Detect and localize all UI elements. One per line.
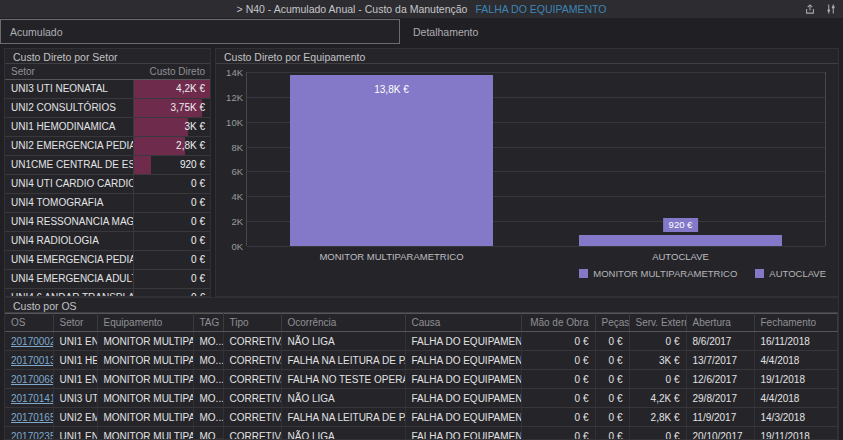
os-link[interactable]: 201700021 (11, 336, 53, 347)
filter-settings-icon[interactable] (825, 3, 837, 15)
panel-title: Custo Direto por Setor (5, 49, 210, 64)
table-row[interactable]: UNI1 HEMODINAMICA 3K € (5, 118, 210, 137)
legend-swatch-icon (755, 269, 764, 278)
panel-title: Custo por OS (5, 298, 838, 313)
column-header-os[interactable]: OS (5, 314, 53, 332)
y-axis-tick: 10K (219, 116, 243, 127)
chart-bar[interactable]: 13,8K € (290, 75, 492, 247)
panel-title: Custo Direto por Equipamento (216, 49, 838, 64)
gridline (247, 246, 825, 247)
data-bar (134, 156, 151, 174)
column-header-ocorrencia[interactable]: Ocorrência (281, 314, 405, 332)
table-row[interactable]: UN1CME CENTRAL DE ESTERILIZA... 920 € (5, 156, 210, 175)
os-table-header-row: OS Setor Equipamento TAG Tipo Ocorrência… (5, 314, 838, 332)
os-link[interactable]: 201700683 (11, 374, 53, 385)
column-header-fechamento[interactable]: Fechamento (754, 314, 838, 332)
table-row[interactable]: 201702359 UNI1 ENG... MONITOR MULTIPAR..… (5, 427, 838, 440)
tab-detalhamento-label: Detalhamento (413, 26, 478, 38)
table-row[interactable]: UNI4 EMERGENCIA PEDIATRICA 0 € (5, 251, 210, 270)
column-header-causa[interactable]: Causa (405, 314, 521, 332)
legend-item[interactable]: MONITOR MULTIPARAMETRICO (579, 268, 737, 279)
column-header-abertura[interactable]: Abertura (686, 314, 754, 332)
os-link[interactable]: 201701651 (11, 412, 53, 423)
page-tabs: Acumulado Detalhamento (0, 18, 843, 46)
bar-chart-plot: 14K12K10K8K6K4K2K0K13,8K €MONITOR MULTIP… (246, 72, 826, 246)
setor-table-body: UNI3 UTI NEONATAL 4,2K € UNI2 CONSULTÓRI… (5, 80, 210, 297)
table-row[interactable]: UNI4 6 ANDAR TRANSPLANTE 0 € (5, 289, 210, 297)
custo-direto-por-equipamento-panel: Custo Direto por Equipamento 14K12K10K8K… (215, 48, 839, 297)
gridline (247, 72, 825, 73)
column-header-mao-de-obra[interactable]: Mão de Obra (521, 314, 595, 332)
column-header-tag[interactable]: TAG (193, 314, 223, 332)
column-header-setor[interactable]: Setor (53, 314, 97, 332)
table-row[interactable]: UNI2 CONSULTÓRIOS 3,75K € (5, 99, 210, 118)
os-link[interactable]: 201700137 (11, 355, 53, 366)
column-header-tipo[interactable]: Tipo (223, 314, 281, 332)
table-row[interactable]: 201701414 UNI3 UTI ... MONITOR MULTIPAR.… (5, 389, 838, 408)
x-axis-label: MONITOR MULTIPARAMETRICO (319, 251, 463, 262)
os-link[interactable]: 201702359 (11, 431, 53, 440)
export-icon[interactable] (804, 3, 816, 15)
table-row[interactable]: UNI4 RESSONANCIA MAGNETICA 0 € (5, 213, 210, 232)
legend-label: MONITOR MULTIPARAMETRICO (593, 268, 737, 279)
breadcrumb-title: > N40 - Acumulado Anual - Custo da Manut… (237, 3, 468, 15)
legend-label: AUTOCLAVE (769, 268, 826, 279)
table-row[interactable]: UNI4 RADIOLOGIA 0 € (5, 232, 210, 251)
tab-acumulado-label: Acumulado (10, 26, 63, 38)
column-header-setor[interactable]: Setor (5, 66, 133, 77)
table-row[interactable]: 201700021 UNI1 ENG... MONITOR MULTIPAR..… (5, 332, 838, 351)
os-table: OS Setor Equipamento TAG Tipo Ocorrência… (5, 313, 838, 440)
y-axis-tick: 2K (219, 216, 243, 227)
y-axis-tick: 4K (219, 191, 243, 202)
legend-swatch-icon (579, 269, 588, 278)
y-axis-tick: 0K (219, 241, 243, 252)
top-bar: > N40 - Acumulado Anual - Custo da Manut… (0, 0, 843, 18)
bar-value-label: 920 € (663, 218, 699, 232)
column-header-serv-externo[interactable]: Serv. Externo (629, 314, 686, 332)
tab-detalhamento[interactable]: Detalhamento (404, 19, 487, 44)
table-row[interactable]: UNI4 UTI CARDIO CARDIOLÓGICA 0 € (5, 175, 210, 194)
y-axis-tick: 6K (219, 166, 243, 177)
column-header-custo-direto[interactable]: Custo Direto (133, 66, 210, 77)
column-header-pecas[interactable]: Peças (595, 314, 629, 332)
y-axis-tick: 12K (219, 91, 243, 102)
breadcrumb-filter-label: FALHA DO EQUIPAMENTO (475, 3, 606, 15)
table-row[interactable]: UNI4 EMERGENCIA ADULTO 0 € (5, 270, 210, 289)
chart-legend: MONITOR MULTIPARAMETRICOAUTOCLAVE (579, 268, 826, 279)
column-header-equipamento[interactable]: Equipamento (97, 314, 193, 332)
setor-table-header: Setor Custo Direto (5, 64, 210, 80)
table-row[interactable]: 201700137 UNI1 HEM... MONITOR MULTIPAR..… (5, 351, 838, 370)
y-axis-tick: 8K (219, 141, 243, 152)
custo-direto-por-setor-panel: Custo Direto por Setor Setor Custo Diret… (4, 48, 211, 297)
table-row[interactable]: UNI2 EMERGENCIA PEDIATRICA 2,8K € (5, 137, 210, 156)
bar-value-label: 13,8K € (290, 84, 492, 95)
breadcrumb: > N40 - Acumulado Anual - Custo da Manut… (0, 0, 843, 18)
legend-item[interactable]: AUTOCLAVE (755, 268, 826, 279)
tab-acumulado[interactable]: Acumulado (0, 19, 400, 44)
x-axis-label: AUTOCLAVE (652, 251, 709, 262)
table-row[interactable]: UNI4 TOMOGRAFIA 0 € (5, 194, 210, 213)
chart-bar[interactable] (579, 235, 781, 246)
os-link[interactable]: 201701414 (11, 393, 53, 404)
custo-por-os-panel: Custo por OS OS Setor Equipamento TAG Ti… (4, 297, 839, 440)
table-row[interactable]: UNI3 UTI NEONATAL 4,2K € (5, 80, 210, 99)
y-axis-tick: 14K (219, 67, 243, 78)
data-bar (134, 118, 188, 136)
table-row[interactable]: 201700683 UNI1 ENG... MONITOR MULTIPAR..… (5, 370, 838, 389)
table-row[interactable]: 201701651 UNI2 EME... MONITOR MULTIPAR..… (5, 408, 838, 427)
